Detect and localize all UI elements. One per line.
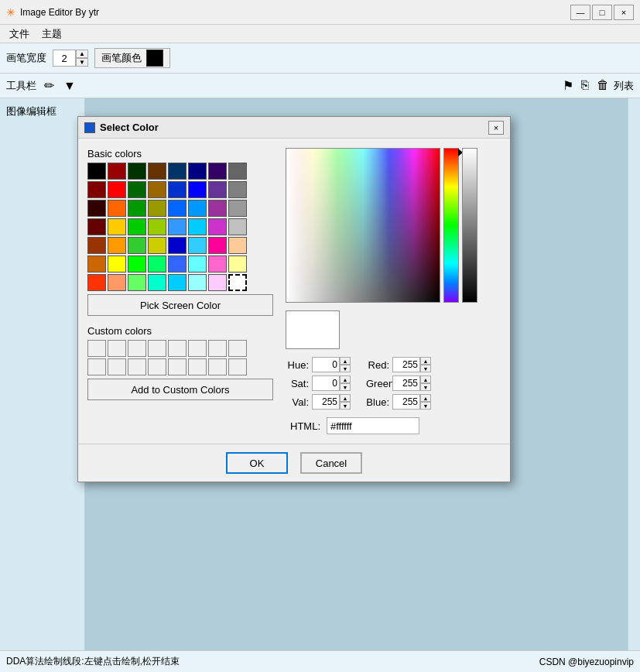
custom-colors-label: Custom colors [87, 325, 273, 337]
custom-cell-13[interactable] [168, 358, 187, 375]
val-down[interactable]: ▼ [340, 402, 351, 410]
hue-up[interactable]: ▲ [340, 357, 351, 365]
basic-color-cell-6[interactable] [208, 163, 227, 180]
basic-color-cell-13[interactable] [188, 181, 207, 198]
ok-button[interactable]: OK [226, 452, 288, 474]
basic-color-cell-25[interactable] [108, 218, 126, 235]
custom-cell-15[interactable] [208, 358, 227, 375]
val-input[interactable] [312, 394, 340, 410]
basic-color-cell-2[interactable] [128, 163, 146, 180]
basic-color-cell-44[interactable] [168, 255, 187, 273]
basic-color-cell-37[interactable] [188, 237, 207, 254]
basic-color-cell-20[interactable] [168, 200, 187, 217]
basic-color-cell-5[interactable] [188, 163, 207, 180]
custom-cell-16[interactable] [228, 358, 247, 375]
sat-down[interactable]: ▼ [340, 383, 351, 391]
html-input[interactable] [327, 417, 419, 434]
custom-cell-8[interactable] [228, 340, 247, 357]
basic-color-cell-39[interactable] [228, 237, 247, 254]
basic-color-cell-52[interactable] [168, 274, 187, 291]
basic-color-cell-35[interactable] [148, 237, 166, 254]
custom-cell-7[interactable] [208, 340, 227, 357]
custom-cell-5[interactable] [168, 340, 187, 357]
basic-color-cell-51[interactable] [148, 274, 166, 291]
basic-color-cell-28[interactable] [168, 218, 187, 235]
basic-color-cell-11[interactable] [148, 181, 166, 198]
basic-color-cell-24[interactable] [87, 218, 106, 235]
custom-cell-1[interactable] [87, 340, 106, 357]
basic-color-cell-27[interactable] [148, 218, 166, 235]
add-to-custom-button[interactable]: Add to Custom Colors [87, 379, 273, 400]
dialog-close-button[interactable]: × [488, 121, 504, 135]
color-spectrum[interactable] [286, 148, 440, 303]
red-up[interactable]: ▲ [420, 357, 431, 365]
basic-color-cell-19[interactable] [148, 200, 166, 217]
custom-cell-2[interactable] [108, 340, 126, 357]
sat-input[interactable] [312, 375, 340, 391]
basic-color-cell-43[interactable] [148, 255, 166, 273]
basic-color-cell-0[interactable] [87, 163, 106, 180]
custom-cell-6[interactable] [188, 340, 207, 357]
green-down[interactable]: ▼ [420, 383, 431, 391]
custom-cell-10[interactable] [108, 358, 126, 375]
basic-color-cell-1[interactable] [108, 163, 126, 180]
pick-screen-color-button[interactable]: Pick Screen Color [87, 294, 273, 316]
basic-color-cell-55[interactable] [228, 274, 247, 291]
basic-color-cell-21[interactable] [188, 200, 207, 217]
cancel-button[interactable]: Cancel [300, 452, 362, 474]
basic-color-cell-10[interactable] [128, 181, 146, 198]
basic-color-cell-47[interactable] [228, 255, 247, 273]
custom-cell-12[interactable] [148, 358, 166, 375]
basic-color-cell-34[interactable] [128, 237, 146, 254]
brightness-bar[interactable] [462, 148, 477, 303]
basic-color-cell-40[interactable] [87, 255, 106, 273]
basic-color-cell-15[interactable] [228, 181, 247, 198]
basic-color-cell-14[interactable] [208, 181, 227, 198]
basic-color-cell-29[interactable] [188, 218, 207, 235]
green-input[interactable] [392, 375, 420, 391]
custom-cell-9[interactable] [87, 358, 106, 375]
basic-color-cell-41[interactable] [108, 255, 126, 273]
basic-color-cell-18[interactable] [128, 200, 146, 217]
basic-color-cell-53[interactable] [188, 274, 207, 291]
basic-color-cell-30[interactable] [208, 218, 227, 235]
basic-color-cell-50[interactable] [128, 274, 146, 291]
green-up[interactable]: ▲ [420, 375, 431, 383]
hue-input[interactable] [312, 357, 340, 372]
basic-color-cell-8[interactable] [87, 181, 106, 198]
custom-cell-4[interactable] [148, 340, 166, 357]
red-input[interactable] [392, 357, 420, 372]
hue-down[interactable]: ▼ [340, 365, 351, 372]
basic-color-cell-48[interactable] [87, 274, 106, 291]
blue-down[interactable]: ▼ [420, 402, 431, 410]
basic-color-cell-16[interactable] [87, 200, 106, 217]
sat-up[interactable]: ▲ [340, 375, 351, 383]
basic-color-cell-49[interactable] [108, 274, 126, 291]
basic-color-cell-3[interactable] [148, 163, 166, 180]
blue-input[interactable] [392, 394, 420, 410]
basic-color-cell-9[interactable] [108, 181, 126, 198]
blue-up[interactable]: ▲ [420, 394, 431, 402]
basic-color-cell-33[interactable] [108, 237, 126, 254]
custom-cell-14[interactable] [188, 358, 207, 375]
basic-color-cell-46[interactable] [208, 255, 227, 273]
basic-color-cell-22[interactable] [208, 200, 227, 217]
basic-color-cell-17[interactable] [108, 200, 126, 217]
basic-color-cell-36[interactable] [168, 237, 187, 254]
custom-cell-11[interactable] [128, 358, 146, 375]
red-down[interactable]: ▼ [420, 365, 431, 372]
basic-color-cell-4[interactable] [168, 163, 187, 180]
val-up[interactable]: ▲ [340, 394, 351, 402]
basic-color-cell-12[interactable] [168, 181, 187, 198]
basic-color-cell-7[interactable] [228, 163, 247, 180]
custom-cell-3[interactable] [128, 340, 146, 357]
basic-color-cell-23[interactable] [228, 200, 247, 217]
basic-color-cell-45[interactable] [188, 255, 207, 273]
basic-color-cell-42[interactable] [128, 255, 146, 273]
basic-color-cell-32[interactable] [87, 237, 106, 254]
basic-color-cell-31[interactable] [228, 218, 247, 235]
basic-color-cell-26[interactable] [128, 218, 146, 235]
basic-color-cell-38[interactable] [208, 237, 227, 254]
basic-color-cell-54[interactable] [208, 274, 227, 291]
hue-bar[interactable] [443, 148, 459, 303]
